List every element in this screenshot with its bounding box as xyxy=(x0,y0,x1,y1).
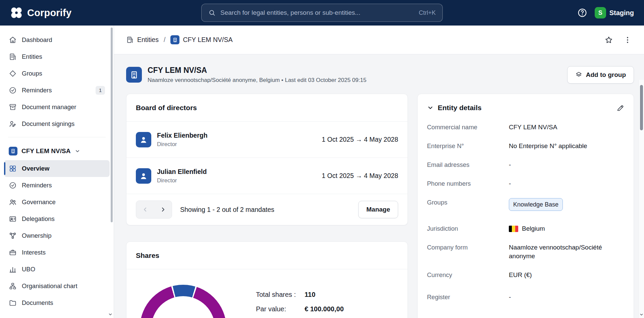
page-title: CFY LEM NV/SA xyxy=(148,66,366,75)
detail-value: - xyxy=(509,179,624,188)
sidebar-item-ubo[interactable]: UBO xyxy=(4,261,110,278)
shares-donut-chart xyxy=(140,285,226,318)
user-avatar[interactable]: S xyxy=(595,7,606,18)
folder-icon xyxy=(9,299,17,307)
detail-row-register: Register - xyxy=(427,293,624,302)
check-circle-icon xyxy=(9,86,17,94)
page-scroll-down-icon[interactable] xyxy=(639,312,644,317)
sidebar-item-reminders-entity[interactable]: Reminders xyxy=(4,177,110,194)
sidebar-item-dashboard[interactable]: Dashboard xyxy=(4,32,110,48)
search-shortcut: Ctrl+K xyxy=(419,9,436,16)
par-value-value: € 100.000,00 xyxy=(305,305,344,313)
entity-details-card: Entity details Commercial name CFY LEM N… xyxy=(417,94,634,318)
topbar: Corporify Ctrl+K S Staging xyxy=(0,0,644,26)
mandate-name: Felix Elienbergh xyxy=(157,132,208,139)
building-icon xyxy=(9,53,17,61)
sidebar: Dashboard Entities Groups Reminders 1 xyxy=(0,26,114,318)
sidebar-item-documents[interactable]: Documents xyxy=(4,294,110,311)
environment-switcher[interactable]: S Staging xyxy=(595,7,634,18)
global-search[interactable]: Ctrl+K xyxy=(201,4,443,22)
sidebar-item-label: Interests xyxy=(22,249,46,256)
edit-pencil-icon[interactable] xyxy=(616,104,624,112)
collapse-chevron-icon[interactable] xyxy=(427,104,434,111)
detail-label: Enterprise N° xyxy=(427,142,509,150)
detail-row-currency: Currency EUR (€) xyxy=(427,271,624,279)
detail-row-company-form: Company form Naamloze vennootschap/Socié… xyxy=(427,243,624,261)
detail-label: Jurisdiction xyxy=(427,224,509,233)
sidebar-item-interests[interactable]: Interests xyxy=(4,244,110,261)
entity-icon xyxy=(170,35,179,44)
pagination-prev-button[interactable] xyxy=(136,201,154,218)
sidebar-item-label: Groups xyxy=(22,70,42,77)
card-title: Board of directors xyxy=(136,104,197,112)
sidebar-scrollbar[interactable] xyxy=(111,28,113,222)
page-scroll-area: CFY LEM NV/SA Naamloze vennootschap/Soci… xyxy=(114,54,644,318)
detail-row-enterprise-number: Enterprise N° No Enterprise N° applicabl… xyxy=(427,142,624,150)
sidebar-item-label: Organisational chart xyxy=(22,282,77,290)
person-avatar-icon xyxy=(136,132,151,147)
chevron-down-icon xyxy=(74,148,80,154)
detail-value: - xyxy=(509,293,624,302)
page-scrollbar-thumb[interactable] xyxy=(640,85,643,130)
favorite-star-icon[interactable] xyxy=(604,36,613,44)
mandate-row[interactable]: Julian Ellenfield Director 1 Oct 2025 → … xyxy=(126,158,408,194)
signature-icon xyxy=(9,120,17,128)
briefcase-icon xyxy=(9,248,17,257)
sidebar-entity-switcher[interactable]: CFY LEM NV/SA xyxy=(4,142,110,160)
sidebar-divider xyxy=(8,137,106,137)
mandate-name: Julian Ellenfield xyxy=(157,168,207,176)
detail-value: - xyxy=(509,161,624,169)
detail-label: Groups xyxy=(427,198,509,207)
total-shares-row: Total shares : 110 xyxy=(256,291,344,299)
manage-button[interactable]: Manage xyxy=(358,201,398,218)
sidebar-item-groups[interactable]: Groups xyxy=(4,65,110,82)
entity-subtitle: Naamloze vennootschap/Société anonyme, B… xyxy=(148,77,366,84)
pagination-next-button[interactable] xyxy=(154,201,172,218)
sidebar-item-label: Overview xyxy=(22,165,49,172)
detail-row-email-adresses: Email adresses - xyxy=(427,161,624,169)
sidebar-item-entities[interactable]: Entities xyxy=(4,48,110,65)
sidebar-scroll-down-icon[interactable] xyxy=(108,312,113,317)
diamond-icon xyxy=(9,70,17,78)
sidebar-item-governance[interactable]: Governance xyxy=(4,194,110,211)
mandate-period: 1 Oct 2025 → 4 May 2028 xyxy=(322,136,398,143)
card-title: Shares xyxy=(136,252,159,260)
entity-icon xyxy=(126,67,142,83)
board-of-directors-card: Board of directors Felix Elienbergh Dire… xyxy=(126,94,408,225)
org-chart-icon xyxy=(9,282,17,290)
sidebar-item-organisational-chart[interactable]: Organisational chart xyxy=(4,278,110,294)
sidebar-item-label: Dashboard xyxy=(22,36,52,44)
corporify-logo[interactable]: Corporify xyxy=(10,6,71,19)
sidebar-item-label: Documents xyxy=(22,299,53,307)
building-icon xyxy=(126,36,134,44)
sidebar-item-ownership[interactable]: Ownership xyxy=(4,227,110,244)
sidebar-item-label: Ownership xyxy=(22,232,51,239)
sidebar-item-overview[interactable]: Overview xyxy=(4,160,110,177)
add-to-group-button[interactable]: Add to group xyxy=(567,66,634,84)
sidebar-item-label: Governance xyxy=(22,198,56,206)
help-icon[interactable] xyxy=(577,8,587,18)
mandate-row[interactable]: Felix Elienbergh Director 1 Oct 2025 → 4… xyxy=(126,122,408,158)
sidebar-item-document-manager[interactable]: Document manager xyxy=(4,99,110,116)
sidebar-item-delegations[interactable]: Delegations xyxy=(4,211,110,227)
person-avatar-icon xyxy=(136,168,151,184)
breadcrumb-current[interactable]: CFY LEM NV/SA xyxy=(170,35,232,44)
main-content: Entities / CFY LEM NV/SA xyxy=(114,26,644,318)
group-chip[interactable]: Knowledge Base xyxy=(509,198,563,211)
layers-icon xyxy=(575,71,582,78)
breadcrumb-entities[interactable]: Entities xyxy=(126,36,159,44)
breadcrumb-root-label: Entities xyxy=(137,36,159,44)
add-to-group-label: Add to group xyxy=(586,71,626,79)
archive-icon xyxy=(9,103,17,111)
search-icon xyxy=(208,9,216,16)
page-scrollbar xyxy=(639,80,644,318)
kebab-menu-icon[interactable] xyxy=(623,36,632,44)
search-input[interactable] xyxy=(220,9,414,16)
id-card-icon xyxy=(9,215,17,223)
sidebar-item-label: Entities xyxy=(22,53,42,60)
detail-value: Naamloze vennootschap/Société anonyme xyxy=(509,243,624,261)
total-shares-label: Total shares : xyxy=(256,291,305,299)
sidebar-item-reminders-global[interactable]: Reminders 1 xyxy=(4,82,110,99)
sidebar-item-document-signings[interactable]: Document signings xyxy=(4,116,110,132)
detail-label: Currency xyxy=(427,271,509,279)
